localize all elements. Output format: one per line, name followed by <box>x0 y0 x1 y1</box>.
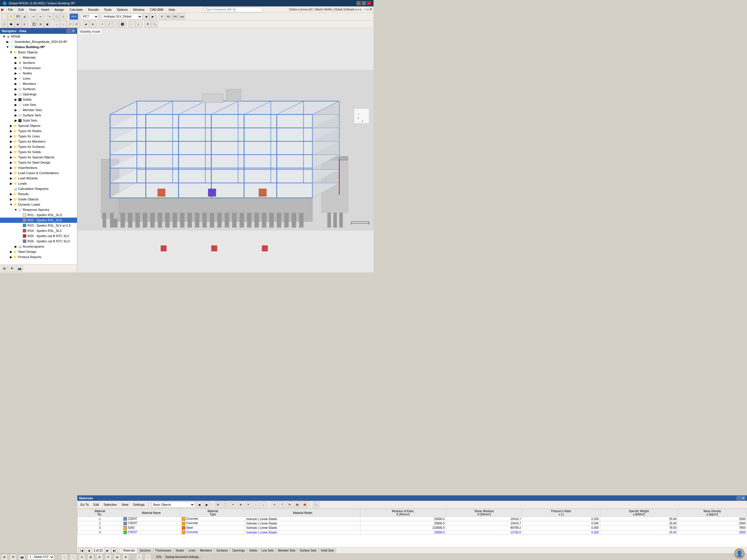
close-button[interactable]: ✕ <box>367 1 371 5</box>
tb2-line[interactable]: ╱ <box>106 21 112 27</box>
panel-max[interactable]: □ <box>367 7 369 11</box>
nav-close[interactable]: ✕ <box>71 29 75 33</box>
nav-printout[interactable]: ▶ 📁 Printout Reports <box>0 254 77 260</box>
nav-special[interactable]: ▶ 📁 Special Objects <box>0 123 77 128</box>
tb2-4[interactable]: ⊙ <box>21 21 28 27</box>
nav-tb-2[interactable]: 👁 <box>9 265 15 272</box>
nav-rs3[interactable]: RS3 - Spettro RSL_SLV q=1.5 <box>0 223 77 228</box>
nav-response-spectra[interactable]: ▼ 📈 Response Spectra <box>0 207 77 212</box>
minimize-button[interactable]: ─ <box>357 1 361 5</box>
nav-rs4[interactable]: RS4 - Spettro RSL_SLC <box>0 228 77 233</box>
nav-types-lines[interactable]: ▶ 📁 Types for Lines <box>0 134 77 139</box>
tb2-surface[interactable]: ⬜ <box>112 21 119 27</box>
nav-openings[interactable]: ▶ ⬜ Openings <box>0 91 77 97</box>
nav-file-volano[interactable]: ▼ 📄 Volano Building.rf6* <box>0 44 77 50</box>
search-input[interactable] <box>204 7 262 12</box>
nav-types-solids[interactable]: ▶ 📁 Types for Solids <box>0 149 77 155</box>
tb-print[interactable]: 🖨 <box>21 14 28 20</box>
tb-seismic[interactable]: SEIS <box>70 14 78 20</box>
nav-types-members[interactable]: ▶ 📁 Types for Members <box>0 139 77 144</box>
nav-steeldesign[interactable]: ▶ 📁 Steel Design <box>0 249 77 254</box>
menu-view[interactable]: View <box>27 7 38 12</box>
nav-rs6[interactable]: RS6 - Spettro cat B NTC SLO <box>0 239 77 244</box>
nav-membersets[interactable]: ▶ ╱ Member Sets <box>0 107 77 113</box>
nav-types-special[interactable]: ▶ 📁 Types for Special Objects <box>0 155 77 160</box>
tb2-5[interactable]: 🔲 <box>31 21 37 27</box>
menu-insert[interactable]: Insert <box>39 7 52 12</box>
nav-loadwizards[interactable]: ▶ 📁 Load Wizards <box>0 176 77 181</box>
nav-linesets[interactable]: ▶ ╱ Line Sets <box>0 102 77 107</box>
tb2-node[interactable]: • <box>99 21 105 27</box>
nav-rs2[interactable]: RS2 - Spettro RSL_SLD <box>0 218 77 223</box>
nav-tb-1[interactable]: ⊞ <box>1 265 7 272</box>
nav-calcdiag[interactable]: 📊 Calculation Diagrams <box>0 186 77 191</box>
nav-types-surfaces[interactable]: ▶ 📁 Types for Surfaces <box>0 144 77 149</box>
tb2-mirror[interactable]: ⇄ <box>83 21 89 27</box>
viewport[interactable]: Visibility mode <box>77 28 374 272</box>
nav-members[interactable]: ▶ ╱ Members <box>0 81 77 86</box>
nav-surfacesets[interactable]: ▶ ⬜ Surface Sets <box>0 113 77 118</box>
nav-sections[interactable]: ▶ ⊞ Sections <box>0 60 77 65</box>
tb2-11[interactable]: ⟳ <box>74 21 80 27</box>
tb-r1[interactable]: ✕ <box>159 14 165 20</box>
tb2-9[interactable]: ↕ <box>60 21 67 27</box>
tb-pan[interactable]: ✋ <box>60 14 67 20</box>
tb2-view1[interactable]: 👁 <box>145 21 151 27</box>
tb2-copy[interactable]: ⊕ <box>89 21 96 27</box>
menu-cadbim[interactable]: CAD-BIM <box>147 7 165 12</box>
tb2-10[interactable]: ↗ <box>67 21 73 27</box>
tb2-1[interactable]: ⬡ <box>1 21 7 27</box>
nav-types-steel[interactable]: ▶ 📁 Types for Steel Design <box>0 160 77 165</box>
nav-basic-objects[interactable]: ▼ 📁 Basic Objects <box>0 50 77 55</box>
menu-file[interactable]: File <box>5 7 16 12</box>
tb-save[interactable]: 💾 <box>15 14 21 20</box>
tb2-load2[interactable]: ⤓ <box>135 21 141 27</box>
analysis-dropdown[interactable]: RC7 <box>81 14 99 20</box>
panel-close[interactable]: ✕ <box>370 7 372 11</box>
menu-results[interactable]: Results <box>86 7 101 12</box>
nav-nodes[interactable]: ▶ • Nodes <box>0 71 77 76</box>
nav-solids[interactable]: ▶ ⬛ Solids <box>0 97 77 102</box>
menu-tools[interactable]: Tools <box>102 7 114 12</box>
tb-select[interactable]: ↖ <box>47 14 53 20</box>
tb-zoom[interactable]: 🔍 <box>53 14 60 20</box>
nav-thicknesses[interactable]: ▶ ⬜ Thicknesses <box>0 65 77 71</box>
menu-calculate[interactable]: Calculate <box>67 7 85 12</box>
tb-undo[interactable]: ↩ <box>31 14 37 20</box>
tb2-3[interactable]: ◉ <box>15 21 21 27</box>
menu-window[interactable]: Window <box>131 7 147 12</box>
tb-new[interactable]: 📄 <box>1 14 7 20</box>
tb-open[interactable]: 📂 <box>8 14 14 20</box>
nav-rfem[interactable]: ▼ ■ RFEM <box>0 34 77 39</box>
nav-lines[interactable]: ▶ ╱ Lines <box>0 76 77 81</box>
maximize-button[interactable]: □ <box>362 1 366 5</box>
tb-r3[interactable]: R2 <box>172 14 179 20</box>
nav-imperfections[interactable]: ▶ 📁 Imperfections <box>0 165 77 170</box>
panel-min[interactable]: ─ <box>364 7 367 11</box>
nav-solidsets[interactable]: ▶ ⬛ Solid Sets <box>0 118 77 123</box>
combination-dropdown[interactable]: Inviluppo SLV_Dlubal <box>102 14 143 20</box>
tb-r2[interactable]: R1 <box>165 14 172 20</box>
nav-tb-3[interactable]: 📷 <box>16 265 23 272</box>
tb2-load1[interactable]: ↓ <box>128 21 135 27</box>
tb2-view2[interactable]: 🔍 <box>151 21 158 27</box>
menu-help[interactable]: Help <box>166 7 178 12</box>
tb2-2[interactable]: ⬢ <box>8 21 14 27</box>
tb2-7[interactable]: ▣ <box>44 21 50 27</box>
tb2-solid[interactable]: ⬛ <box>119 21 126 27</box>
nav-guide[interactable]: ▶ 📁 Guide Objects <box>0 196 77 202</box>
nav-file-buro[interactable]: ▶ 📄 Gewinkeltes_Bürogebäude_2024-03.rf6* <box>0 39 77 44</box>
tb-axes[interactable]: xyz <box>179 14 185 20</box>
nav-results[interactable]: ▶ 📁 Results <box>0 191 77 196</box>
nav-dynloads[interactable]: ▼ 📁 Dynamic Loads <box>0 202 77 207</box>
tb2-6[interactable]: ⊞ <box>37 21 44 27</box>
menu-assign[interactable]: Assign <box>52 7 67 12</box>
nav-surfaces[interactable]: ▶ ⬜ Surfaces <box>0 86 77 91</box>
tb-next-combo[interactable]: ▶ <box>149 14 156 20</box>
nav-pin[interactable]: 📌 <box>67 29 71 33</box>
tb-prev-combo[interactable]: ◀ <box>143 14 149 20</box>
nav-materials[interactable]: ▶ ⬡ Materials <box>0 55 77 60</box>
tb2-8[interactable]: ↔ <box>53 21 60 27</box>
tb-redo[interactable]: ↪ <box>37 14 44 20</box>
nav-accelerograms[interactable]: ▶ 📊 Accelerograms <box>0 244 77 249</box>
